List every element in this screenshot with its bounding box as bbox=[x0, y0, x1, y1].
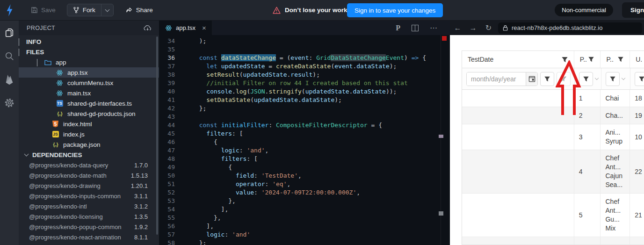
cell-testdate bbox=[462, 124, 574, 150]
dependency-item[interactable]: @progress/kendo-date-math1.5.13 bbox=[19, 170, 159, 180]
filter-clear-button[interactable] bbox=[557, 72, 571, 86]
firebase-icon[interactable] bbox=[4, 74, 15, 85]
file-tree-item[interactable]: JSindex.js bbox=[19, 129, 159, 139]
line-number: 55 bbox=[159, 214, 180, 222]
dependency-item[interactable]: @progress/kendo-intl3.1.2 bbox=[19, 201, 159, 211]
code-line: 36 const dataStateChange = (event: GridD… bbox=[159, 54, 450, 62]
forward-icon[interactable]: → bbox=[465, 24, 481, 32]
warning-text: Don’t lose your work! bbox=[285, 7, 349, 14]
filter-apply-button[interactable] bbox=[606, 72, 620, 86]
close-tab-icon[interactable]: × bbox=[202, 24, 206, 32]
line-number: 44 bbox=[159, 121, 180, 130]
filter-funnel-icon[interactable] bbox=[588, 56, 594, 63]
split-editor-icon[interactable] bbox=[412, 25, 419, 31]
sign-in-button[interactable]: Sign in bbox=[622, 2, 644, 18]
more-options-icon[interactable]: ⋯ bbox=[430, 23, 438, 32]
non-commercial-badge[interactable]: Non-commercial bbox=[555, 4, 613, 16]
tab-app-tsx[interactable]: app.tsx × bbox=[159, 21, 212, 35]
dependency-item[interactable]: @progress/kendo-data-query1.7.0 bbox=[19, 160, 159, 170]
code-line: 49 { bbox=[159, 163, 450, 172]
download-project-cloud-icon[interactable] bbox=[144, 25, 152, 31]
filter-apply-button[interactable] bbox=[635, 72, 644, 86]
cell-name: Ani... Syrup bbox=[601, 124, 630, 150]
filter-operator-dropdown-icon[interactable] bbox=[622, 76, 625, 80]
share-label: Share bbox=[136, 7, 153, 14]
table-row: 1Chai18 bbox=[462, 90, 644, 107]
sign-in-to-save-button[interactable]: Sign in to save your changes bbox=[347, 3, 443, 17]
line-number: 34 bbox=[159, 37, 180, 45]
dependency-version: 1.20.1 bbox=[131, 182, 159, 189]
floppy-icon bbox=[31, 7, 38, 14]
file-tree-item[interactable]: app.tsx bbox=[19, 67, 159, 78]
dependencies-section-header[interactable]: DEPENDENCIES bbox=[19, 150, 159, 160]
dependency-name: @progress/kendo-popup-common bbox=[19, 223, 134, 231]
table-row bbox=[462, 237, 644, 245]
file-tree-item[interactable]: {..}shared-gd-products.json bbox=[19, 108, 159, 119]
settings-gear-icon[interactable] bbox=[4, 97, 15, 108]
url-bar[interactable]: react-nb7h8x-pde6db.stackblitz.io bbox=[498, 22, 642, 34]
chevron-down-icon bbox=[37, 59, 37, 66]
dependency-name: @progress/kendo-react-animation bbox=[19, 234, 134, 241]
column-title: TestDate bbox=[468, 56, 493, 63]
dependency-item[interactable]: @progress/kendo-licensing1.3.5 bbox=[19, 211, 159, 222]
cell-name: Chef Ant... Gu... Mix bbox=[601, 194, 630, 237]
project-explorer-panel: PROJECT INFOFILESappapp.tsxcolumnMenu.ts… bbox=[19, 21, 159, 245]
filter-apply-button[interactable] bbox=[579, 72, 593, 86]
share-button[interactable]: Share bbox=[121, 4, 158, 16]
chevron-down-icon bbox=[24, 152, 29, 157]
filter-funnel-icon[interactable] bbox=[561, 56, 568, 63]
dependency-item[interactable]: @progress/kendo-drawing1.20.1 bbox=[19, 180, 159, 191]
line-number: 45 bbox=[159, 130, 180, 138]
file-tree-item[interactable]: columnMenu.tsx bbox=[19, 78, 159, 88]
code-editor[interactable]: app.tsx × P ⋯ 34 );3536 const dataStateC… bbox=[159, 21, 450, 245]
line-number: 54 bbox=[159, 205, 180, 214]
section-files[interactable]: FILES bbox=[19, 47, 159, 57]
back-icon[interactable]: ← bbox=[450, 24, 465, 32]
file-tree-item[interactable]: 5index.html bbox=[19, 119, 159, 129]
date-filter-input[interactable] bbox=[467, 72, 526, 86]
filter-funnel-icon[interactable] bbox=[617, 56, 624, 63]
dependency-name: @progress/kendo-inputs-common bbox=[19, 193, 134, 200]
line-number: 38 bbox=[159, 71, 180, 79]
lock-icon bbox=[503, 25, 508, 31]
grid-body: 1Chai182Cha...193Ani... Syrup104Chef Ant… bbox=[462, 90, 644, 237]
reload-icon[interactable]: ↻ bbox=[481, 23, 496, 32]
file-tree-item[interactable]: app bbox=[19, 57, 159, 67]
cell-id: 1 bbox=[574, 90, 601, 107]
dependency-item[interactable]: @progress/kendo-popup-common1.9.2 bbox=[19, 222, 159, 232]
filter-apply-button[interactable] bbox=[540, 72, 554, 86]
dependency-version: 1.3.5 bbox=[134, 213, 159, 220]
filter-operator-dropdown-icon[interactable] bbox=[595, 76, 599, 80]
dependency-item[interactable]: @progress/kendo-inputs-common3.1.1 bbox=[19, 191, 159, 201]
code-line: 37 let updatedState = createDataState(ev… bbox=[159, 62, 450, 71]
code-content[interactable]: 34 );3536 const dataStateChange = (event… bbox=[159, 35, 450, 245]
line-number: 48 bbox=[159, 155, 180, 163]
calendar-icon[interactable] bbox=[526, 72, 537, 86]
search-icon[interactable] bbox=[4, 50, 15, 62]
filter-cell-p1 bbox=[575, 68, 601, 90]
file-name: app.tsx bbox=[67, 69, 88, 76]
top-toolbar: Save Fork Share Don’t lose your work! Si… bbox=[0, 0, 644, 21]
grid-header-row: TestDate P.. P.. U. bbox=[462, 51, 644, 68]
cell-id: 3 bbox=[574, 124, 601, 150]
url-text: react-nb7h8x-pde6db.stackblitz.io bbox=[512, 24, 602, 31]
dependencies-list: @progress/kendo-data-query1.7.0@progress… bbox=[19, 160, 159, 242]
code-line: 38 setResult(updatedState.result); bbox=[159, 71, 450, 79]
prettier-format-icon[interactable]: P bbox=[396, 24, 400, 32]
file-tree-item[interactable]: TSshared-gd-interfaces.ts bbox=[19, 98, 159, 108]
fork-button[interactable]: Fork bbox=[67, 4, 101, 16]
fork-dropdown-button[interactable] bbox=[101, 4, 113, 16]
section-info[interactable]: INFO bbox=[19, 36, 159, 47]
project-files-icon[interactable] bbox=[4, 27, 15, 38]
dependency-item[interactable]: @progress/kendo-react-animation8.1.1 bbox=[19, 232, 159, 242]
cell-id: 2 bbox=[574, 107, 601, 124]
table-row: 3Ani... Syrup10 bbox=[462, 124, 644, 150]
explorer-scrollbar[interactable] bbox=[156, 36, 158, 235]
filter-cell-testdate bbox=[462, 68, 575, 90]
stackblitz-logo-icon[interactable] bbox=[0, 4, 19, 16]
save-button[interactable]: Save bbox=[26, 4, 60, 16]
file-tree-item[interactable]: {..}package.json bbox=[19, 139, 159, 150]
file-tree-item[interactable]: main.tsx bbox=[19, 88, 159, 98]
dependency-version: 1.9.2 bbox=[134, 223, 159, 231]
dependency-name: @progress/kendo-data-query bbox=[19, 162, 134, 169]
